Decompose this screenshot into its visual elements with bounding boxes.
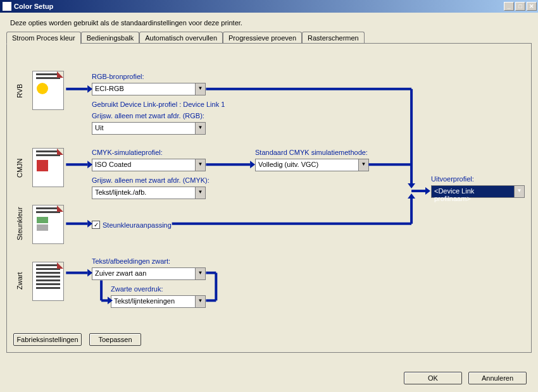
close-button[interactable]: ✕ xyxy=(527,2,537,11)
checkbox-spot-mark: ✓ xyxy=(94,221,99,228)
cancel-button[interactable]: Annuleren xyxy=(468,372,527,384)
window-title: Color Setup xyxy=(14,3,53,10)
dropdown-gray-rgb[interactable]: Uit ▼ xyxy=(92,122,206,135)
dropdown-text-black-value: Zuiver zwart aan xyxy=(95,269,146,277)
title-bar: Color Setup _ □ ✕ xyxy=(0,0,538,13)
doc-icon-steun xyxy=(32,205,64,244)
tab-strip: Stroom Proces kleur Bedieningsbalk Autom… xyxy=(6,31,532,44)
dropdown-output-profile[interactable]: <Device Link profilnaam> ▼ xyxy=(431,185,525,198)
doc-icon-zwart xyxy=(32,262,64,301)
tab-stroom-proces-kleur[interactable]: Stroom Proces kleur xyxy=(6,32,81,44)
svg-marker-8 xyxy=(250,161,255,168)
side-label-rvb: RVB xyxy=(16,72,27,110)
tab-panel: RVB CMJN Steunkleur Zwart RGB-bronprofie… xyxy=(6,43,532,353)
dropdown-gray-rgb-value: Uit xyxy=(95,124,103,132)
ok-button[interactable]: OK xyxy=(404,372,462,384)
window-icon xyxy=(3,2,11,11)
label-cmyk-method: Standaard CMYK simulatiemethode: xyxy=(255,149,368,156)
dropdown-cmyk-method[interactable]: Volledig (uitv. VGC) ▼ xyxy=(255,159,369,171)
dropdown-output-profile-value: <Device Link profilnaam> xyxy=(434,187,474,202)
tab-bedieningsbalk[interactable]: Bedieningsbalk xyxy=(81,32,140,44)
maximize-button[interactable]: □ xyxy=(515,2,525,11)
dropdown-cmyk-sim[interactable]: ISO Coated ▼ xyxy=(92,159,206,171)
side-label-steun: Steunkleur xyxy=(16,205,27,243)
dropdown-text-black[interactable]: Zuiver zwart aan ▼ xyxy=(92,267,206,280)
dropdown-black-overprint[interactable]: Tekst/lijntekeningen ▼ xyxy=(111,295,206,308)
dropdown-gray-rgb-arrow[interactable]: ▼ xyxy=(195,123,205,134)
checkbox-spot[interactable]: ✓ Steunkleuraanpassing xyxy=(92,221,172,229)
dropdown-output-profile-arrow[interactable]: ▼ xyxy=(514,186,524,197)
label-text-black: Tekst/afbeeldingen zwart: xyxy=(92,257,170,265)
dropdown-gray-cmyk-value: Tekst/lijntek./afb. xyxy=(95,188,146,196)
dropdown-cmyk-method-arrow[interactable]: ▼ xyxy=(358,159,368,171)
side-label-cmjn: CMJN xyxy=(16,149,27,187)
svg-marker-11 xyxy=(425,187,430,195)
tab-automatisch-overvullen[interactable]: Automatisch overvullen xyxy=(139,32,223,44)
checkbox-spot-box[interactable]: ✓ xyxy=(92,221,100,229)
doc-icon-cmjn xyxy=(32,148,64,187)
svg-marker-4 xyxy=(408,183,415,188)
dropdown-rgb-source-arrow[interactable]: ▼ xyxy=(195,83,205,95)
label-rgb-source: RGB-bronprofiel: xyxy=(92,73,144,80)
dropdown-black-overprint-arrow[interactable]: ▼ xyxy=(195,296,205,307)
dropdown-gray-cmyk-arrow[interactable]: ▼ xyxy=(195,187,205,199)
flow-content: RVB CMJN Steunkleur Zwart RGB-bronprofie… xyxy=(7,44,531,352)
label-output-profile: Uitvoerprofiel: xyxy=(431,175,474,183)
factory-settings-button[interactable]: Fabrieksinstellingen xyxy=(13,333,82,346)
dropdown-rgb-source[interactable]: ECI-RGB ▼ xyxy=(92,83,206,95)
tab-progressieve-proeven[interactable]: Progressieve proeven xyxy=(223,32,302,44)
intro-text: Deze opties worden gebruikt als de stand… xyxy=(0,13,538,30)
dropdown-cmyk-sim-value: ISO Coated xyxy=(95,161,131,168)
dropdown-text-black-arrow[interactable]: ▼ xyxy=(195,268,205,279)
checkbox-spot-label: Steunkleuraanpassing xyxy=(103,221,172,229)
dropdown-cmyk-method-value: Volledig (uitv. VGC) xyxy=(258,161,318,168)
tab-rasterschermen[interactable]: Rasterschermen xyxy=(302,32,365,44)
dropdown-cmyk-sim-arrow[interactable]: ▼ xyxy=(195,159,205,171)
apply-button[interactable]: Toepassen xyxy=(89,333,141,346)
dropdown-rgb-source-value: ECI-RGB xyxy=(95,85,124,92)
doc-icon-rvb xyxy=(32,71,64,110)
minimize-button[interactable]: _ xyxy=(504,2,514,11)
dropdown-gray-cmyk[interactable]: Tekst/lijntek./afb. ▼ xyxy=(92,187,206,199)
label-gray-rgb: Grijsw. alleen met zwart afdr. (RGB): xyxy=(92,112,204,119)
svg-marker-16 xyxy=(408,193,415,199)
label-cmyk-sim: CMYK-simulatieprofiel: xyxy=(92,149,163,156)
dropdown-black-overprint-value: Tekst/lijntekeningen xyxy=(114,297,175,305)
label-gray-cmyk: Grijsw. alleen met zwart afdr. (CMYK): xyxy=(92,176,210,184)
label-device-link-used: Gebruikt Device Link-profiel : Device Li… xyxy=(92,101,225,108)
label-black-overprint: Zwarte overdruk: xyxy=(111,285,163,293)
side-label-zwart: Zwart xyxy=(16,262,27,300)
